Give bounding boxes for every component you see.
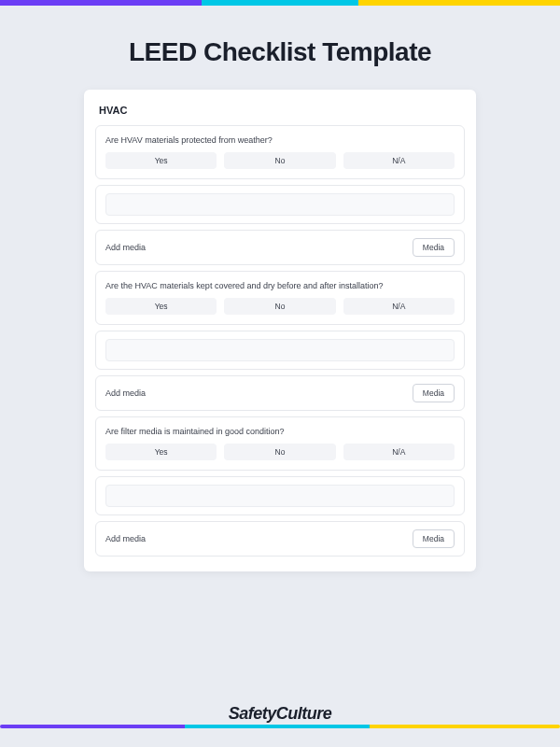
note-block [95, 185, 465, 224]
note-input[interactable] [105, 485, 455, 507]
choice-row: Yes No N/A [105, 444, 455, 460]
choice-no[interactable]: No [224, 298, 335, 315]
stripe-cyan [202, 0, 358, 6]
choice-no[interactable]: No [224, 152, 335, 169]
choice-row: Yes No N/A [105, 298, 455, 315]
section-title: HVAC [95, 103, 465, 125]
add-media-label: Add media [105, 388, 146, 398]
media-button[interactable]: Media [413, 384, 455, 402]
question-block: Are HVAV materials protected from weathe… [95, 125, 465, 179]
question-block: Are the HVAC materials kept covered and … [95, 271, 465, 325]
choice-na[interactable]: N/A [343, 152, 455, 169]
media-block: Add media Media [95, 521, 465, 557]
media-block: Add media Media [95, 230, 465, 265]
choice-yes[interactable]: Yes [105, 298, 217, 315]
media-button[interactable]: Media [413, 238, 455, 257]
note-block [95, 476, 465, 515]
choice-yes[interactable]: Yes [105, 444, 217, 460]
add-media-label: Add media [105, 243, 146, 252]
question-text: Are the HVAC materials kept covered and … [105, 281, 455, 290]
choice-na[interactable]: N/A [343, 444, 455, 460]
question-text: Are HVAV materials protected from weathe… [105, 135, 455, 145]
note-input[interactable] [105, 339, 455, 361]
question-text: Are filter media is maintained in good c… [105, 427, 455, 436]
choice-no[interactable]: No [224, 444, 335, 460]
choice-row: Yes No N/A [105, 152, 455, 169]
note-input[interactable] [105, 193, 455, 216]
media-row: Add media Media [105, 529, 455, 548]
choice-na[interactable]: N/A [343, 298, 455, 315]
brand-name: SafetyCulture [229, 704, 332, 724]
add-media-label: Add media [105, 534, 146, 543]
choice-yes[interactable]: Yes [105, 152, 217, 169]
brand-logo: SafetyCulture [0, 704, 560, 728]
media-block: Add media Media [95, 375, 465, 411]
page-title: LEED Checklist Template [0, 37, 560, 67]
stripe-yellow [358, 0, 560, 6]
brand-underline [0, 725, 560, 728]
top-accent-stripe [0, 0, 560, 6]
question-block: Are filter media is maintained in good c… [95, 416, 465, 471]
media-row: Add media Media [105, 384, 455, 402]
media-button[interactable]: Media [413, 529, 455, 548]
media-row: Add media Media [105, 238, 455, 257]
note-block [95, 331, 465, 370]
stripe-purple [0, 0, 202, 6]
checklist-card: HVAC Are HVAV materials protected from w… [84, 90, 476, 571]
